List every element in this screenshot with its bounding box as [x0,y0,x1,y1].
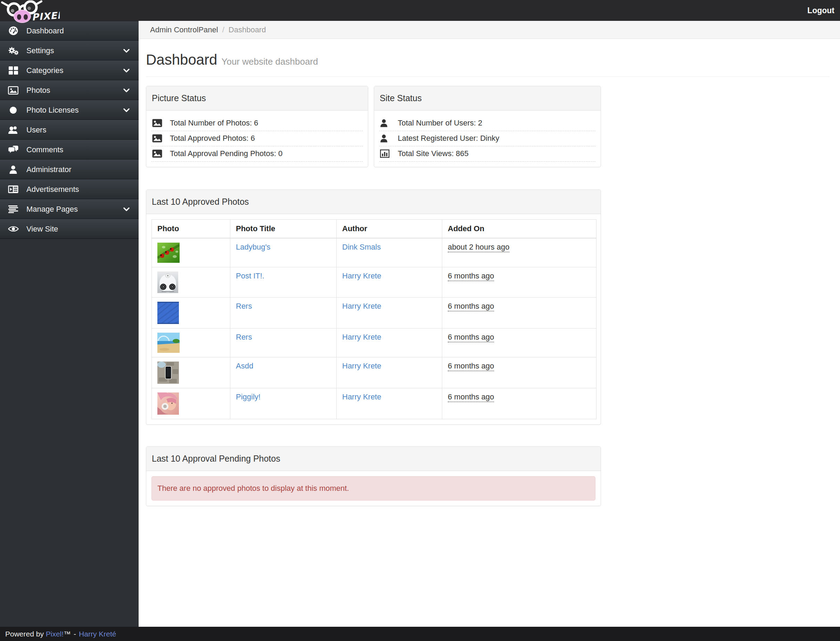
column-header: Photo [152,220,230,238]
author-link[interactable]: Dink Smals [342,243,381,251]
author-link[interactable]: Harry Krete [342,272,381,280]
breadcrumb: Admin ControlPanel/Dashboard [139,21,840,39]
sidebar-item-label: Photos [26,86,50,95]
added-on-text: 6 months ago [448,302,494,311]
status-panels-row: Picture Status Total Number of Photos: 6 [146,86,601,167]
picture-status-panel: Picture Status Total Number of Photos: 6 [146,86,368,167]
added-on-text: 6 months ago [448,393,494,402]
photo-thumbnail[interactable] [157,362,225,384]
table-row: Post IT!. Harry Krete 6 months ago [152,267,596,298]
breadcrumb-separator: / [222,26,225,34]
sidebar-item-advertisements[interactable]: Advertisements [0,179,139,199]
footer-trademark: ™ [64,630,71,638]
author-link[interactable]: Harry Krete [342,362,381,370]
photo-title-link[interactable]: Rers [236,333,252,341]
eye-icon [7,225,19,233]
chevron-down-icon [123,88,130,92]
sidebar-item-photo-licenses[interactable]: Photo Licenses [0,100,139,120]
approved-photos-panel: Last 10 Approved Photos Photo Photo Titl… [146,190,601,425]
photo-thumbnail[interactable] [157,393,225,415]
sidebar-item-label: Categories [26,66,63,75]
panel-title: Last 10 Approval Pending Photos [146,447,601,471]
page-frame: Dashboard [0,21,840,627]
gears-icon [7,46,19,55]
status-text: Total Number of Users: 2 [398,119,482,127]
svg-text:PIXEL!: PIXEL! [31,10,60,23]
sidebar-item-comments[interactable]: Comments [0,140,139,159]
breadcrumb-current: Dashboard [228,26,266,34]
author-link[interactable]: Harry Krete [342,302,381,311]
status-text: Total Site Views: 865 [398,149,469,158]
user-icon [380,134,391,143]
list-item: Latest Registered User: Dinky [379,131,596,147]
pages-icon [7,205,19,213]
column-header: Added On [442,220,596,238]
image-icon [152,119,163,127]
sidebar-item-label: Advertisements [26,185,79,194]
page-footer: Powered by Pixel!™-Harry Kreté [0,627,840,641]
sidebar-item-view-site[interactable]: View Site [0,219,139,239]
sidebar-item-label: View Site [26,225,58,234]
status-text: Total Approval Pending Photos: 0 [170,149,283,158]
footer-brand-link[interactable]: Pixel! [46,630,64,638]
photo-title-link[interactable]: Post IT!. [236,272,264,280]
author-link[interactable]: Harry Krete [342,393,381,401]
breadcrumb-root-link[interactable]: Admin ControlPanel [150,26,218,34]
users-icon [7,126,19,134]
pending-photos-panel: Last 10 Approval Pending Photos There ar… [146,446,601,506]
pixel-logo[interactable]: PIXEL! [1,0,60,25]
footer-author-link[interactable]: Harry Kreté [79,630,116,638]
added-on-text: about 2 hours ago [448,243,509,252]
added-on-text: 6 months ago [448,272,494,281]
list-item: Total Approval Pending Photos: 0 [151,147,363,162]
photo-thumbnail[interactable] [157,243,225,263]
photo-title-link[interactable]: Piggily! [236,393,260,401]
sidebar-item-settings[interactable]: Settings [0,41,139,61]
footer-dash: - [74,630,76,638]
table-header-row: Photo Photo Title Author Added On [152,220,596,238]
sidebar-item-categories[interactable]: Categories [0,61,139,80]
list-item: Total Approved Photos: 6 [151,131,363,147]
sidebar-item-manage-pages[interactable]: Manage Pages [0,199,139,219]
main-area: Admin ControlPanel/Dashboard DashboardYo… [139,21,840,627]
table-row: Asdd Harry Krete 6 months ago [152,358,596,388]
chevron-down-icon [123,108,130,112]
added-on-text: 6 months ago [448,333,494,342]
table-row: Ladybug's Dink Smals about 2 hours ago [152,238,596,267]
panel-title: Picture Status [146,86,368,111]
table-row: Rers Harry Krete 6 months ago [152,298,596,329]
photo-thumbnail[interactable] [157,302,225,324]
photo-title-link[interactable]: Ladybug's [236,243,271,251]
column-header: Photo Title [230,220,337,238]
sidebar-item-label: Settings [26,46,54,55]
photo-thumbnail[interactable] [157,333,225,353]
no-pending-photos-alert: There are no approved photos to display … [151,476,596,501]
user-icon [380,119,391,127]
photo-title-link[interactable]: Rers [236,302,252,311]
sidebar-item-administrator[interactable]: Administrator [0,159,139,179]
picture-icon [7,86,19,95]
image-icon [152,134,163,143]
photo-title-link[interactable]: Asdd [236,362,253,370]
logout-button[interactable]: Logout [807,0,834,21]
list-item: Total Number of Users: 2 [379,116,596,131]
bar-chart-icon [380,150,391,158]
status-text: Latest Registered User: Dinky [398,134,499,143]
sidebar-item-label: Administrator [26,165,72,174]
status-text: Total Number of Photos: 6 [170,119,258,127]
ads-icon [7,185,19,193]
footer-powered-by: Powered by [5,630,44,638]
certificate-icon [7,106,19,115]
sidebar-item-label: Dashboard [26,26,64,35]
list-item: Total Number of Photos: 6 [151,116,363,131]
image-icon [152,150,163,158]
author-link[interactable]: Harry Krete [342,333,381,341]
sidebar-item-label: Photo Licenses [26,106,79,115]
page-subtitle: Your website dashboard [221,56,318,67]
photo-thumbnail[interactable] [157,272,225,293]
sidebar-item-photos[interactable]: Photos [0,80,139,100]
site-status-panel: Site Status Total Number of Users: 2 [374,86,601,167]
sidebar-item-users[interactable]: Users [0,120,139,140]
chevron-down-icon [123,207,130,211]
panel-title: Last 10 Approved Photos [146,190,601,214]
